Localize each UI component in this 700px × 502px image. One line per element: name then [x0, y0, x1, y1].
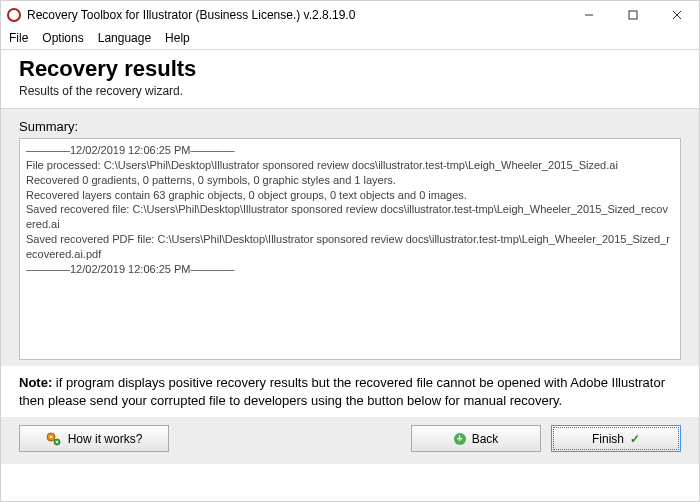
finish-button[interactable]: Finish ✓ — [551, 425, 681, 452]
button-bar: How it works? + Back Finish ✓ — [1, 417, 699, 464]
menu-file[interactable]: File — [9, 31, 28, 45]
menu-help[interactable]: Help — [165, 31, 190, 45]
app-icon — [7, 8, 21, 22]
title-bar: Recovery Toolbox for Illustrator (Busine… — [1, 1, 699, 29]
back-icon: + — [454, 433, 466, 445]
svg-point-5 — [49, 435, 52, 438]
how-it-works-button[interactable]: How it works? — [19, 425, 169, 452]
svg-point-7 — [56, 441, 58, 443]
gear-icon — [46, 432, 62, 446]
back-label: Back — [472, 432, 499, 446]
menu-options[interactable]: Options — [42, 31, 83, 45]
menu-bar: File Options Language Help — [1, 29, 699, 50]
maximize-button[interactable] — [611, 1, 655, 29]
heading-area: Recovery results Results of the recovery… — [1, 50, 699, 109]
note-body: if program displays positive recovery re… — [19, 375, 665, 408]
summary-textbox[interactable]: ————12/02/2019 12:06:25 PM———— File proc… — [19, 138, 681, 360]
finish-label: Finish — [592, 432, 624, 446]
close-button[interactable] — [655, 1, 699, 29]
back-button[interactable]: + Back — [411, 425, 541, 452]
summary-label: Summary: — [19, 119, 681, 134]
page-title: Recovery results — [19, 56, 681, 82]
note-text: Note: if program displays positive recov… — [1, 366, 699, 417]
how-it-works-label: How it works? — [68, 432, 143, 446]
minimize-button[interactable] — [567, 1, 611, 29]
check-icon: ✓ — [630, 432, 640, 446]
summary-panel: Summary: ————12/02/2019 12:06:25 PM———— … — [1, 109, 699, 366]
svg-rect-1 — [629, 11, 637, 19]
window-controls — [567, 1, 699, 29]
note-prefix: Note: — [19, 375, 52, 390]
page-subtitle: Results of the recovery wizard. — [19, 84, 681, 98]
window-title: Recovery Toolbox for Illustrator (Busine… — [27, 8, 567, 22]
menu-language[interactable]: Language — [98, 31, 151, 45]
